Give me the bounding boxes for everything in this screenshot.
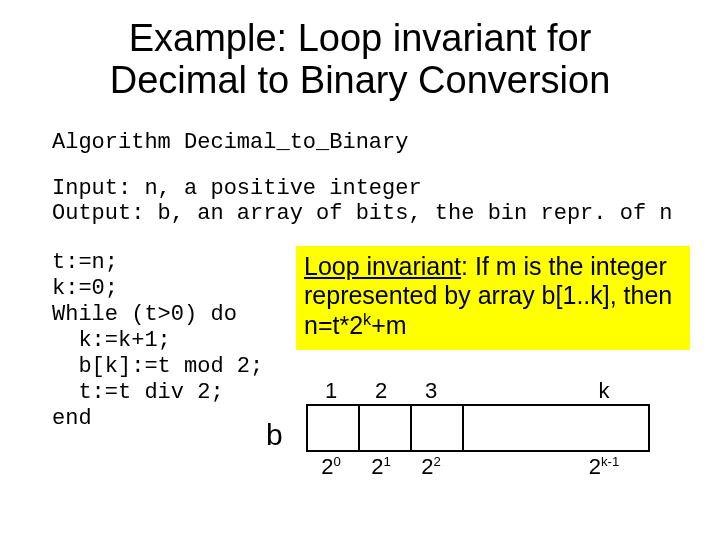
input-line: Input: n, a positive integer — [52, 176, 673, 201]
index-2: 2 — [356, 378, 406, 404]
title-line-1: Example: Loop invariant for — [129, 17, 592, 59]
cell — [412, 406, 464, 450]
cell — [360, 406, 412, 450]
invariant-text-2: +m — [371, 311, 406, 339]
output-line: Output: b, an array of bits, the bin rep… — [52, 201, 673, 226]
power-row: 2021222k-1 — [306, 454, 644, 480]
code-line: t:=t div 2; — [52, 380, 224, 405]
algorithm-name: Algorithm Decimal_to_Binary — [52, 130, 408, 155]
title-line-2: Decimal to Binary Conversion — [110, 59, 611, 101]
array-label: b — [266, 418, 283, 452]
power-k: 2k-1 — [564, 454, 644, 480]
index-row: 123k — [306, 378, 644, 404]
power-0: 20 — [306, 454, 356, 480]
index-3: 3 — [406, 378, 456, 404]
loop-invariant-box: Loop invariant: If m is the integer repr… — [296, 246, 690, 350]
code-line: k:=0; — [52, 276, 118, 301]
slide-title: Example: Loop invariant for Decimal to B… — [0, 0, 720, 112]
slide: Example: Loop invariant for Decimal to B… — [0, 0, 720, 540]
power-2: 22 — [406, 454, 456, 480]
code-line: t:=n; — [52, 250, 118, 275]
invariant-label: Loop invariant — [304, 252, 461, 280]
array-diagram: b 123k 2021222k-1 — [266, 378, 666, 518]
code-line: end — [52, 406, 92, 431]
cell — [568, 406, 648, 450]
index-k: k — [564, 378, 644, 404]
invariant-sup: k — [363, 310, 371, 328]
index-1: 1 — [306, 378, 356, 404]
array-cells — [306, 404, 650, 452]
cell-gap — [464, 406, 568, 450]
cell — [308, 406, 360, 450]
io-block: Input: n, a positive integer Output: b, … — [52, 176, 673, 227]
code-block: t:=n; k:=0; While (t>0) do k:=k+1; b[k]:… — [52, 250, 263, 432]
code-line: k:=k+1; — [52, 328, 171, 353]
power-1: 21 — [356, 454, 406, 480]
code-line: While (t>0) do — [52, 302, 237, 327]
code-line: b[k]:=t mod 2; — [52, 354, 263, 379]
